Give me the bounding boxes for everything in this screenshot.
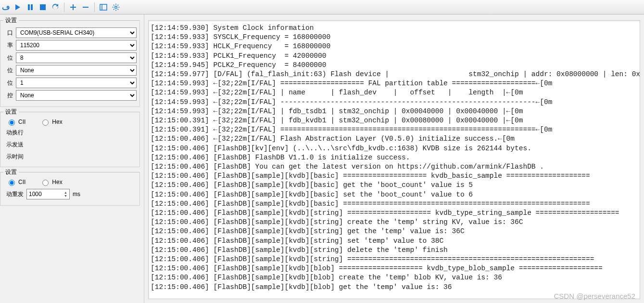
svg-line-17 [117, 4, 118, 5]
window-icon[interactable] [98, 1, 109, 13]
flow-select[interactable]: None [16, 90, 137, 101]
svg-point-9 [115, 6, 117, 8]
add-button[interactable] [67, 1, 79, 13]
svg-rect-2 [31, 4, 33, 10]
svg-rect-5 [70, 7, 76, 8]
svg-rect-3 [40, 4, 46, 10]
stopbits-select[interactable]: 1 [16, 78, 137, 88]
app-logo-icon: ڡ [2, 2, 10, 12]
recv-ascii-radio[interactable]: CII [6, 118, 25, 126]
refresh-button[interactable] [50, 1, 61, 13]
recv-settings-group: 设置 CII Hex 动换行 示发送 示时间 [0, 112, 140, 167]
send-hex-radio[interactable]: Hex [40, 178, 62, 186]
show-send-check[interactable]: 示发送 [6, 141, 24, 149]
stop-button[interactable] [37, 1, 49, 13]
remove-button[interactable] [80, 1, 91, 13]
port-group-title: 设置 [3, 16, 19, 25]
log-output[interactable]: [12:14:59.930] System Clock information … [149, 21, 640, 299]
play-button[interactable] [12, 1, 24, 13]
main-area: 设置 口 COM9(USB-SERIAL CH340) 率 115200 位 8… [0, 14, 644, 303]
baud-label: 率 [3, 41, 13, 50]
toolbar-separator [94, 2, 95, 12]
databits-label: 位 [3, 54, 13, 62]
auto-resend-label[interactable]: 动重发 [6, 190, 24, 198]
left-panel: 设置 口 COM9(USB-SERIAL CH340) 率 115200 位 8… [0, 14, 144, 303]
port-label: 口 [3, 29, 13, 37]
toolbar-separator [64, 2, 64, 12]
databits-select[interactable]: 8 [16, 53, 137, 63]
send-ascii-radio[interactable]: CII [6, 178, 25, 186]
svg-rect-1 [28, 4, 30, 10]
toolbar: ڡ [0, 0, 644, 14]
parity-label: 位 [3, 66, 13, 75]
settings-icon[interactable] [110, 1, 122, 13]
recv-hex-radio[interactable]: Hex [40, 118, 62, 126]
stopbits-label: 位 [3, 79, 13, 87]
port-select[interactable]: COM9(USB-SERIAL CH340) [16, 27, 137, 38]
interval-unit: ms [73, 191, 80, 198]
port-settings-group: 设置 口 COM9(USB-SERIAL CH340) 率 115200 位 8… [0, 20, 140, 107]
svg-line-15 [117, 9, 118, 10]
svg-line-16 [114, 9, 114, 10]
flow-label: 控 [3, 92, 13, 100]
recv-group-title: 设置 [3, 108, 19, 116]
auto-wrap-check[interactable]: 动换行 [6, 129, 24, 137]
show-time-check[interactable]: 示时间 [6, 153, 24, 161]
svg-marker-0 [15, 4, 20, 10]
svg-rect-7 [100, 4, 107, 10]
send-group-title: 设置 [3, 168, 19, 176]
spinner-arrows-icon[interactable]: ▲▼ [64, 191, 67, 198]
interval-spinner[interactable]: 1000 ▲▼ [26, 189, 70, 199]
svg-line-14 [114, 4, 114, 5]
baud-select[interactable]: 115200 [16, 40, 137, 51]
log-panel: [12:14:59.930] System Clock information … [148, 20, 640, 299]
pause-button[interactable] [25, 1, 36, 13]
interval-value: 1000 [29, 191, 42, 198]
svg-rect-6 [83, 7, 88, 8]
send-settings-group: 设置 CII Hex 动重发 1000 ▲▼ ms [0, 172, 140, 206]
parity-select[interactable]: None [16, 65, 137, 76]
